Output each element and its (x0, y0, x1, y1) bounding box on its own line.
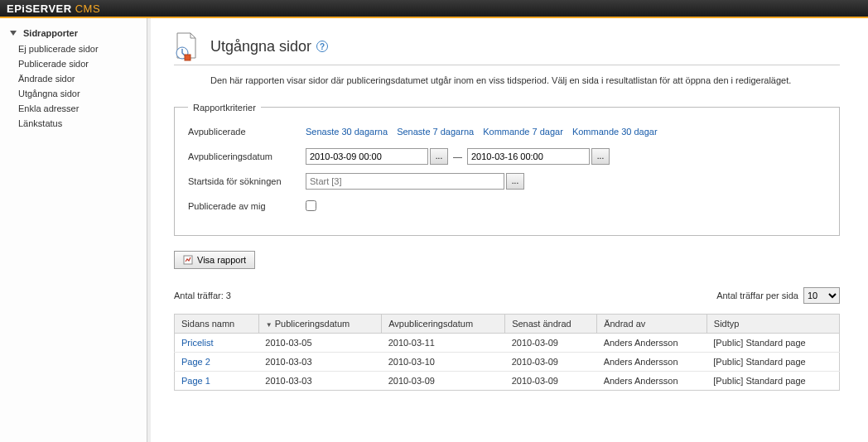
cell-pub: 2010-03-03 (258, 371, 381, 390)
cell-unpub: 2010-03-11 (382, 333, 505, 352)
date-from-picker-button[interactable]: ... (430, 148, 448, 165)
table-row: Page 2 2010-03-03 2010-03-10 2010-03-09 … (175, 352, 840, 371)
chevron-down-icon (10, 31, 17, 36)
divider (174, 65, 840, 65)
cell-type: [Public] Standard page (706, 352, 839, 371)
table-row: Page 1 2010-03-03 2010-03-09 2010-03-09 … (175, 371, 840, 390)
sidebar-header-label: Sidrapporter (23, 28, 78, 38)
page-link[interactable]: Pricelist (181, 338, 214, 348)
brand-suffix: CMS (75, 2, 100, 15)
date-range-label: Avpubliceringsdatum (188, 151, 306, 161)
hits-count: Antal träffar: 3 (174, 291, 231, 300)
sidebar-item-simple-addresses[interactable]: Enkla adresser (0, 101, 147, 116)
top-bar: EPiSERVERCMS (0, 0, 868, 18)
cell-unpub: 2010-03-09 (382, 371, 505, 390)
page-report-icon (174, 31, 200, 61)
col-page-type[interactable]: Sidtyp (706, 314, 839, 333)
page-description: Den här rapporten visar sidor där public… (210, 74, 840, 88)
per-page-select[interactable]: 10 (803, 287, 840, 304)
sort-desc-icon: ▼ (266, 321, 272, 329)
sidebar: Sidrapporter Ej publicerade sidor Public… (0, 18, 147, 442)
sidebar-header[interactable]: Sidrapporter (0, 25, 147, 41)
published-by-me-checkbox[interactable] (306, 200, 316, 211)
show-report-label: Visa rapport (197, 255, 246, 265)
col-unpublish-date[interactable]: Avpubliceringsdatum (382, 314, 505, 333)
date-from-input[interactable] (306, 148, 428, 165)
col-page-name[interactable]: Sidans namn (175, 314, 259, 333)
sidebar-item-published[interactable]: Publicerade sidor (0, 56, 147, 71)
quick-link-next-30[interactable]: Kommande 30 dagar (572, 127, 658, 137)
criteria-legend: Rapportkriterier (188, 103, 261, 113)
sidebar-item-expired[interactable]: Utgångna sidor (0, 86, 147, 101)
quick-link-next-7[interactable]: Kommande 7 dagar (483, 127, 563, 137)
quick-link-last-7[interactable]: Senaste 7 dagarna (397, 127, 474, 137)
report-icon (183, 255, 193, 265)
cell-type: [Public] Standard page (706, 371, 839, 390)
page-link[interactable]: Page 2 (181, 357, 210, 367)
sidebar-item-unpublished[interactable]: Ej publicerade sidor (0, 41, 147, 56)
cell-pub: 2010-03-05 (258, 333, 381, 352)
col-last-changed[interactable]: Senast ändrad (505, 314, 597, 333)
cell-type: [Public] Standard page (706, 333, 839, 352)
sidebar-item-link-status[interactable]: Länkstatus (0, 116, 147, 131)
start-page-label: Startsida för sökningen (188, 176, 306, 186)
cell-changed: 2010-03-09 (505, 371, 597, 390)
table-row: Pricelist 2010-03-05 2010-03-11 2010-03-… (175, 333, 840, 352)
date-to-input[interactable] (467, 148, 590, 165)
show-report-button[interactable]: Visa rapport (174, 251, 255, 269)
quick-range-label: Avpublicerade (188, 127, 306, 137)
brand-logo: EPiSERVERCMS (7, 2, 100, 15)
cell-unpub: 2010-03-10 (382, 352, 505, 371)
cell-changed: 2010-03-09 (505, 352, 597, 371)
quick-links: Senaste 30 dagarna Senaste 7 dagarna Kom… (306, 127, 664, 137)
cell-by: Anders Andersson (597, 371, 707, 390)
page-title: Utgångna sidor ? (210, 38, 328, 55)
main-content: Utgångna sidor ? Den här rapporten visar… (147, 18, 868, 442)
published-by-me-label: Publicerade av mig (188, 201, 306, 211)
cell-changed: 2010-03-09 (505, 333, 597, 352)
per-page-label: Antal träffar per sida (716, 291, 798, 300)
date-range-dash: — (453, 151, 462, 161)
col-changed-by[interactable]: Ändrad av (597, 314, 707, 333)
brand-name: EPiSERVER (7, 2, 72, 15)
col-publish-date[interactable]: ▼Publiceringsdatum (258, 314, 381, 333)
help-icon[interactable]: ? (316, 41, 328, 52)
start-page-input[interactable] (306, 173, 504, 190)
svg-rect-1 (185, 55, 190, 60)
page-link[interactable]: Page 1 (181, 376, 210, 386)
cell-by: Anders Andersson (597, 333, 707, 352)
date-to-picker-button[interactable]: ... (591, 148, 610, 165)
sidebar-item-changed[interactable]: Ändrade sidor (0, 71, 147, 86)
start-page-picker-button[interactable]: ... (506, 173, 524, 190)
cell-by: Anders Andersson (597, 352, 707, 371)
results-table: Sidans namn ▼Publiceringsdatum Avpublice… (174, 314, 840, 391)
cell-pub: 2010-03-03 (258, 352, 381, 371)
quick-link-last-30[interactable]: Senaste 30 dagarna (306, 127, 388, 137)
criteria-fieldset: Rapportkriterier Avpublicerade Senaste 3… (174, 103, 840, 236)
